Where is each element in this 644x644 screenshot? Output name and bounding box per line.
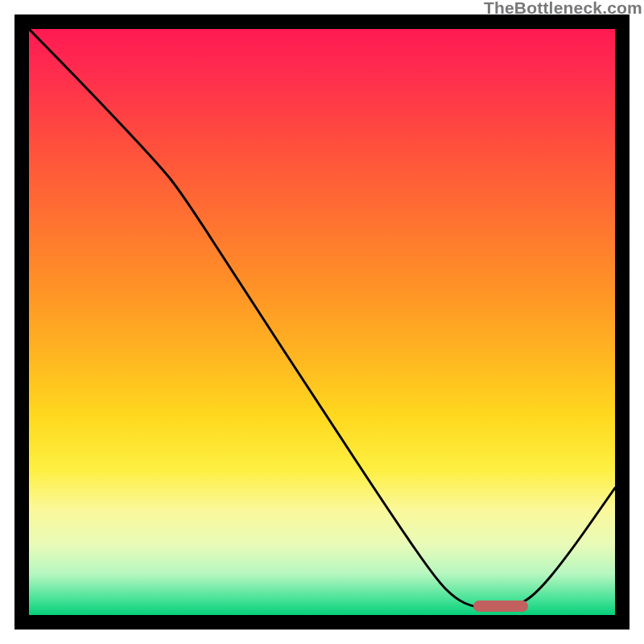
plot-frame [14, 14, 630, 630]
optimal-range-marker [473, 601, 528, 612]
curve-layer [29, 29, 615, 615]
bottleneck-chart: TheBottleneck.com [0, 0, 644, 644]
bottleneck-curve [29, 29, 615, 609]
